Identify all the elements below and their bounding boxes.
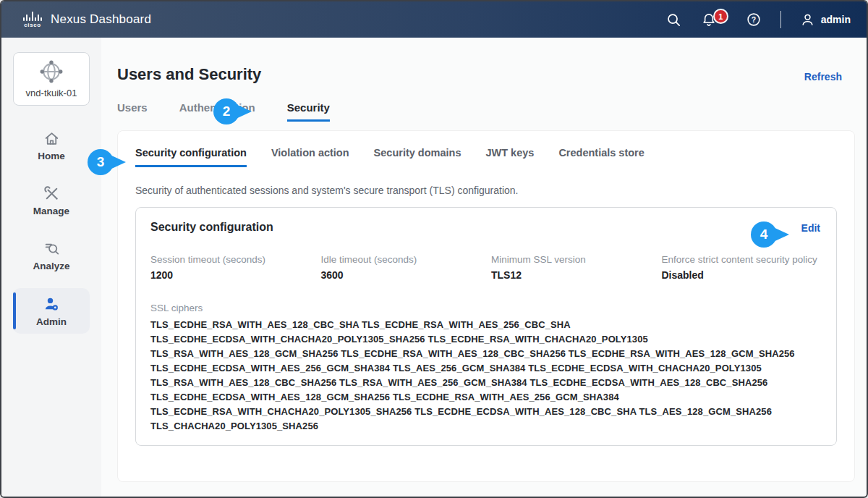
field-label: Enforce strict content security policy [662,253,822,266]
page-title: Users and Security [117,65,855,84]
security-subtabs: Security configuration Violation action … [135,147,837,167]
field-value: TLS12 [491,269,652,281]
cipher-line: TLS_RSA_WITH_AES_128_CBC_SHA256 TLS_RSA_… [150,376,822,390]
sidebar-nav: Home Manage [1,123,101,334]
cluster-mesh-icon [39,59,64,84]
home-icon [43,130,60,147]
cipher-line: TLS_RSA_WITH_AES_128_GCM_SHA256 TLS_ECDH… [150,347,822,361]
field-label: Idle timeout (seconds) [321,253,482,266]
subtab-security-configuration[interactable]: Security configuration [135,147,247,167]
sidebar-item-label: Analyze [33,261,69,271]
search-icon[interactable] [666,12,682,28]
sidebar-item-label: Manage [33,206,69,216]
top-tabs: Users Authentication Security [117,101,855,122]
sidebar-item-admin[interactable]: Admin [13,288,90,334]
notification-badge[interactable]: 1 [713,9,728,24]
refresh-link[interactable]: Refresh [804,71,842,83]
subtab-security-domains[interactable]: Security domains [374,147,461,167]
cipher-line: TLS_ECDHE_RSA_WITH_CHACHA20_POLY1305_SHA… [150,405,822,419]
app-window: cisco Nexus Dashboard 1 ? [0,0,868,498]
header-divider [780,11,781,28]
subtab-credentials-store[interactable]: Credentials store [558,147,644,167]
ssl-ciphers-label: SSL ciphers [150,303,822,313]
product-title: Nexus Dashboard [51,12,151,27]
cipher-line: TLS_ECDHE_ECDSA_WITH_CHACHA20_POLY1305_S… [150,332,822,347]
cisco-logo-bars [23,11,42,21]
security-configuration-card: Security configuration Edit Session time… [135,207,837,446]
top-header-bar: cisco Nexus Dashboard 1 ? [1,1,867,38]
security-panel: Security configuration Violation action … [117,130,855,482]
tab-users[interactable]: Users [117,101,148,122]
subtab-jwt-keys[interactable]: JWT keys [485,147,534,167]
tools-icon [43,185,60,202]
main-content: Users and Security Refresh Users Authent… [101,38,867,497]
panel-description: Security of authenticated sessions and s… [135,185,837,196]
cluster-selector[interactable]: vnd-tkuik-01 [13,52,90,106]
field-session-timeout: Session timeout (seconds) 1200 [150,253,311,281]
field-strict-content-security: Enforce strict content security policy D… [662,253,822,281]
cipher-line: TLS_ECDHE_ECDSA_WITH_AES_256_GCM_SHA384 … [150,361,822,376]
edit-link[interactable]: Edit [801,222,820,234]
tab-security[interactable]: Security [287,101,330,122]
bell-icon[interactable]: 1 [701,12,717,28]
username-label: admin [821,14,851,25]
cisco-logo: cisco [23,11,42,28]
cipher-line: TLS_CHACHA20_POLY1305_SHA256 [150,419,822,434]
admin-user-gear-icon [43,295,60,313]
card-title: Security configuration [150,221,822,234]
field-label: Session timeout (seconds) [150,253,311,266]
user-menu[interactable]: admin [800,12,851,28]
user-icon [800,12,815,28]
svg-text:?: ? [752,15,756,24]
left-sidebar: vnd-tkuik-01 Home [1,38,101,497]
field-value: 1200 [150,269,311,281]
cisco-wordmark: cisco [24,22,41,28]
sidebar-item-label: Admin [36,316,67,327]
sidebar-item-label: Home [38,151,65,161]
field-min-ssl-version: Minimum SSL version TLS12 [491,253,652,281]
field-value: Disabled [662,269,822,281]
ssl-ciphers-list: TLS_ECDHE_RSA_WITH_AES_128_CBC_SHA TLS_E… [150,318,822,434]
cluster-name-label: vnd-tkuik-01 [26,88,77,98]
header-actions: 1 ? admin [666,11,851,28]
field-value: 3600 [321,269,482,281]
sidebar-item-home[interactable]: Home [13,123,90,168]
tab-authentication[interactable]: Authentication [179,101,255,122]
subtab-violation-action[interactable]: Violation action [271,147,349,167]
config-fields: Session timeout (seconds) 1200 Idle time… [150,253,822,281]
search-lines-icon [43,240,60,257]
field-label: Minimum SSL version [491,253,652,266]
sidebar-item-manage[interactable]: Manage [13,178,90,223]
cipher-line: TLS_ECDHE_RSA_WITH_AES_128_CBC_SHA TLS_E… [150,318,822,332]
cipher-line: TLS_ECDHE_ECDSA_WITH_AES_128_GCM_SHA256 … [150,390,822,405]
brand: cisco Nexus Dashboard [23,11,151,28]
help-icon[interactable]: ? [746,12,762,28]
sidebar-item-analyze[interactable]: Analyze [13,233,90,278]
field-idle-timeout: Idle timeout (seconds) 3600 [321,253,482,281]
